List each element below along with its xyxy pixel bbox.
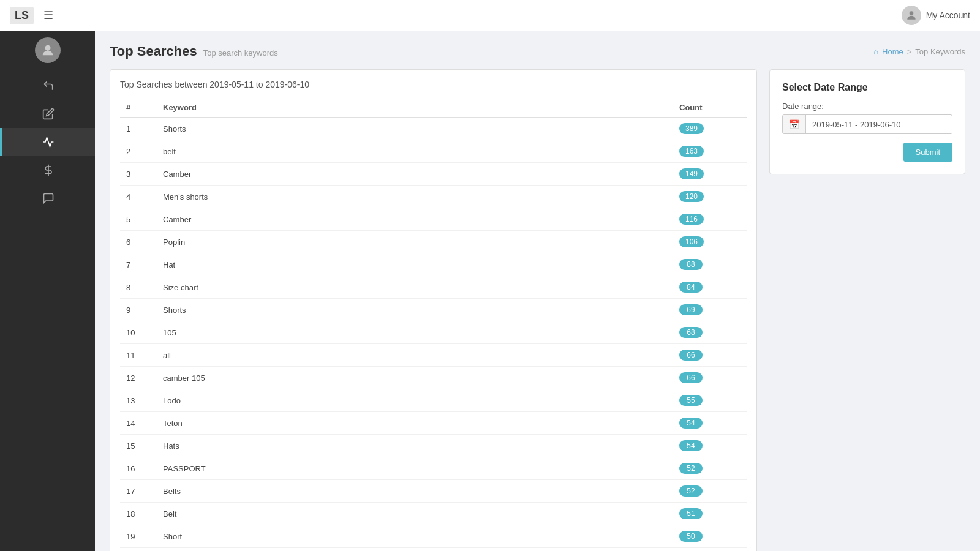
table-panel: Top Searches between 2019-05-11 to 2019-… bbox=[110, 69, 757, 551]
cell-num: 15 bbox=[120, 435, 157, 457]
cell-count: 149 bbox=[673, 163, 747, 186]
cell-num: 1 bbox=[120, 118, 157, 140]
count-badge: 69 bbox=[679, 304, 703, 315]
cell-keyword: 105 bbox=[157, 321, 673, 344]
main-content: Top Searches Top search keywords ⌂ Home … bbox=[95, 31, 980, 551]
count-badge: 120 bbox=[679, 191, 704, 202]
count-badge: 66 bbox=[679, 350, 703, 361]
date-range-input[interactable] bbox=[806, 116, 952, 133]
count-badge: 88 bbox=[679, 259, 703, 270]
table-row: 7 Hat 88 bbox=[120, 253, 747, 276]
page-subtitle: Top search keywords bbox=[203, 48, 278, 58]
count-badge: 68 bbox=[679, 327, 703, 338]
count-badge: 116 bbox=[679, 214, 704, 225]
cell-num: 12 bbox=[120, 367, 157, 389]
cell-keyword: camber 105 bbox=[157, 367, 673, 389]
table-row: 3 Camber 149 bbox=[120, 163, 747, 186]
cell-count: 389 bbox=[673, 118, 747, 140]
cell-keyword: Hats bbox=[157, 435, 673, 457]
cell-num: 4 bbox=[120, 186, 157, 208]
table-row: 12 camber 105 66 bbox=[120, 367, 747, 389]
sidebar-item-comments[interactable] bbox=[0, 184, 95, 212]
table-row: 6 Poplin 106 bbox=[120, 231, 747, 253]
table-row: 16 PASSPORT 52 bbox=[120, 457, 747, 480]
cell-keyword: Poplin bbox=[157, 231, 673, 253]
submit-button[interactable]: Submit bbox=[903, 143, 952, 162]
my-account-label[interactable]: My Account bbox=[926, 10, 970, 20]
cell-count: 66 bbox=[673, 344, 747, 367]
cell-num: 9 bbox=[120, 299, 157, 321]
cell-keyword: Teton bbox=[157, 412, 673, 435]
page-title: Top Searches bbox=[110, 43, 197, 59]
cell-count: 52 bbox=[673, 457, 747, 480]
cell-count: 54 bbox=[673, 435, 747, 457]
col-header-num: # bbox=[120, 98, 157, 118]
hamburger-icon[interactable]: ☰ bbox=[43, 9, 53, 22]
sidebar-item-analytics[interactable] bbox=[0, 128, 95, 156]
sidebar bbox=[0, 31, 95, 551]
sidebar-item-undo[interactable] bbox=[0, 72, 95, 100]
cell-keyword: all bbox=[157, 344, 673, 367]
cell-count: 163 bbox=[673, 140, 747, 163]
svg-point-1 bbox=[45, 45, 50, 51]
breadcrumb-separator: > bbox=[907, 47, 912, 56]
cell-keyword: Shorts bbox=[157, 118, 673, 140]
cell-num: 13 bbox=[120, 389, 157, 412]
count-badge: 51 bbox=[679, 508, 703, 519]
count-badge: 54 bbox=[679, 418, 703, 429]
cell-keyword: Men's shorts bbox=[157, 186, 673, 208]
table-row: 15 Hats 54 bbox=[120, 435, 747, 457]
content-row: Top Searches between 2019-05-11 to 2019-… bbox=[110, 69, 965, 551]
table-row: 17 Belts 52 bbox=[120, 480, 747, 503]
count-badge: 54 bbox=[679, 440, 703, 451]
cell-num: 17 bbox=[120, 480, 157, 503]
cell-keyword: Short bbox=[157, 525, 673, 548]
cell-keyword: Hat bbox=[157, 253, 673, 276]
count-badge: 52 bbox=[679, 485, 703, 497]
cell-count: 120 bbox=[673, 186, 747, 208]
count-badge: 55 bbox=[679, 395, 703, 406]
cell-count: 88 bbox=[673, 253, 747, 276]
table-row: 1 Shorts 389 bbox=[120, 118, 747, 140]
cell-count: 52 bbox=[673, 480, 747, 503]
table-row: 14 Teton 54 bbox=[120, 412, 747, 435]
svg-point-0 bbox=[909, 11, 913, 15]
breadcrumb-home[interactable]: Home bbox=[882, 47, 903, 56]
table-body: 1 Shorts 389 2 belt 163 3 Camber 149 4 M… bbox=[120, 118, 747, 548]
cell-count: 68 bbox=[673, 321, 747, 344]
cell-num: 5 bbox=[120, 208, 157, 231]
table-row: 18 Belt 51 bbox=[120, 503, 747, 525]
table-row: 11 all 66 bbox=[120, 344, 747, 367]
count-badge: 50 bbox=[679, 531, 703, 542]
header-left: LS ☰ bbox=[10, 7, 53, 24]
calendar-icon: 📅 bbox=[783, 115, 806, 133]
table-row: 2 belt 163 bbox=[120, 140, 747, 163]
table-row: 9 Shorts 69 bbox=[120, 299, 747, 321]
table-row: 8 Size chart 84 bbox=[120, 276, 747, 299]
side-panel: Select Date Range Date range: 📅 Submit bbox=[769, 69, 965, 551]
table-head: # Keyword Count bbox=[120, 98, 747, 118]
cell-num: 2 bbox=[120, 140, 157, 163]
sidebar-avatar bbox=[35, 37, 61, 63]
date-range-title: Select Date Range bbox=[782, 82, 952, 93]
sidebar-item-edit[interactable] bbox=[0, 100, 95, 128]
user-avatar-icon bbox=[902, 6, 921, 25]
table-row: 10 105 68 bbox=[120, 321, 747, 344]
table-panel-title: Top Searches between 2019-05-11 to 2019-… bbox=[120, 80, 747, 89]
cell-num: 18 bbox=[120, 503, 157, 525]
count-badge: 389 bbox=[679, 123, 704, 134]
count-badge: 84 bbox=[679, 282, 703, 293]
sidebar-item-pricing[interactable] bbox=[0, 156, 95, 184]
count-badge: 106 bbox=[679, 236, 704, 247]
cell-num: 8 bbox=[120, 276, 157, 299]
home-icon: ⌂ bbox=[873, 47, 878, 56]
cell-count: 69 bbox=[673, 299, 747, 321]
col-header-keyword: Keyword bbox=[157, 98, 673, 118]
page-header: Top Searches Top search keywords ⌂ Home … bbox=[110, 43, 965, 59]
cell-num: 16 bbox=[120, 457, 157, 480]
cell-count: 84 bbox=[673, 276, 747, 299]
cell-keyword: PASSPORT bbox=[157, 457, 673, 480]
table-row: 5 Camber 116 bbox=[120, 208, 747, 231]
cell-num: 11 bbox=[120, 344, 157, 367]
cell-keyword: Camber bbox=[157, 208, 673, 231]
